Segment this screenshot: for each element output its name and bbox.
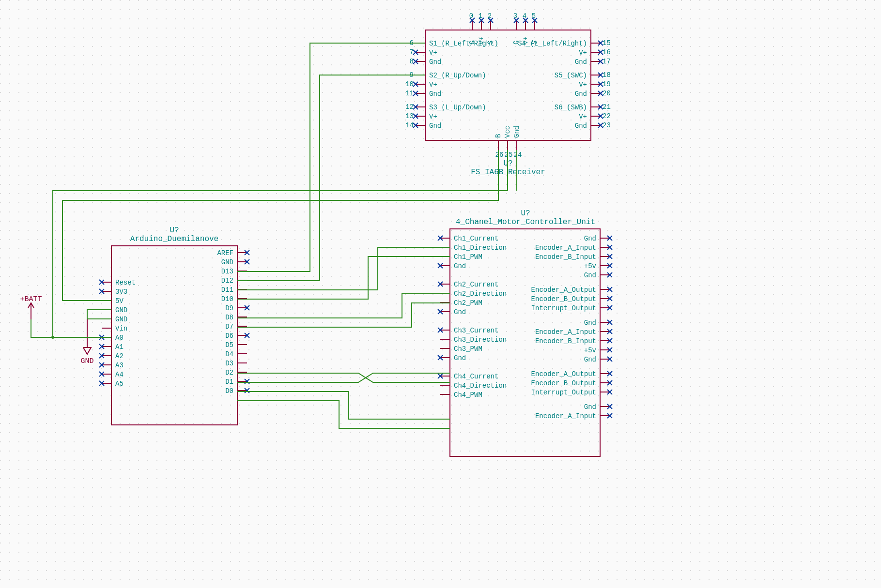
motor-right-pin: Gnd <box>584 356 596 363</box>
receiver-left-pin: V+ <box>429 81 437 89</box>
svg-text:0: 0 <box>469 12 473 20</box>
motor-right-pin: Encoder_A_Output <box>531 286 596 294</box>
arduino-left-pin: 5V <box>115 297 124 305</box>
receiver-bottom-label: Gnd <box>513 126 521 138</box>
svg-text:2: 2 <box>488 12 492 20</box>
motor-left-pin: Ch2_Direction <box>454 290 507 298</box>
svg-text:14: 14 <box>405 121 414 129</box>
receiver-right-pin: S6_(SWB) <box>555 104 587 111</box>
motor-right-pin: +5v <box>584 347 596 354</box>
receiver-left-pin: Gnd <box>429 122 441 130</box>
arduino-right-pin: D0 <box>225 387 233 395</box>
svg-text:20: 20 <box>603 90 611 97</box>
motor-left-pin: Ch4_PWM <box>454 391 482 399</box>
arduino-left-pin: A4 <box>115 371 124 378</box>
receiver-right-pin: S5_(SWC) <box>555 72 587 79</box>
arduino-right-pin: D11 <box>221 286 233 294</box>
svg-text:10: 10 <box>405 80 414 88</box>
arduino-right-pin: D7 <box>225 323 233 331</box>
svg-text:1: 1 <box>479 12 482 20</box>
motor-right-pin: Gnd <box>584 271 596 279</box>
svg-text:16: 16 <box>603 48 611 56</box>
motor-left-pin: Gnd <box>454 354 466 362</box>
svg-text:18: 18 <box>603 71 611 79</box>
svg-text:13: 13 <box>405 112 414 120</box>
arduino-right-pin: GND <box>221 258 233 266</box>
svg-text:19: 19 <box>603 80 611 88</box>
motor-right-pin: Encoder_A_Input <box>535 244 596 252</box>
motor-left-pin: Ch1_PWM <box>454 253 482 261</box>
motor-right-pin: Encoder_B_Output <box>531 379 596 387</box>
receiver-right-pin: V+ <box>579 49 587 57</box>
motor-left-pin: Ch4_Current <box>454 373 498 380</box>
receiver-right-pin: Gnd <box>575 122 587 130</box>
svg-text:11: 11 <box>405 90 414 97</box>
arduino-right-pin: D3 <box>225 360 233 367</box>
motor-right-pin: Encoder_A_Output <box>531 370 596 378</box>
motorctrl-value: 4_Chanel_Motor_Controller_Unit <box>456 218 595 226</box>
receiver-left-pin: S2_(R_Up/Down) <box>429 72 486 79</box>
motor-left-pin: Ch4_Direction <box>454 382 507 390</box>
svg-text:15: 15 <box>603 39 611 47</box>
arduino-right-pin: D6 <box>225 332 233 340</box>
motor-right-pin: Encoder_B_Output <box>531 295 596 303</box>
arduino-left-pin: A3 <box>115 362 124 369</box>
svg-text:4: 4 <box>523 12 526 20</box>
receiver-left-pin: V+ <box>429 113 437 121</box>
motor-right-pin: Encoder_A_Input <box>535 412 596 420</box>
motor-left-pin: Ch2_PWM <box>454 299 482 307</box>
motor-left-pin: Ch3_PWM <box>454 345 482 353</box>
motor-right-pin: Encoder_B_Input <box>535 337 596 345</box>
motor-left-pin: Gnd <box>454 262 466 270</box>
svg-text:22: 22 <box>603 112 611 120</box>
svg-text:26: 26 <box>495 151 504 159</box>
arduino-left-pin: GND <box>115 306 127 314</box>
motor-right-pin: Gnd <box>584 403 596 411</box>
receiver-right-pin: V+ <box>579 81 587 89</box>
motor-left-pin: Ch1_Current <box>454 235 498 242</box>
receiver-left-pin: S1_(R_Left/Right) <box>429 40 498 47</box>
arduino-right-pin: D10 <box>221 295 233 303</box>
motor-right-pin: Interrupt_Output <box>531 304 596 312</box>
arduino-value: Arduino_Duemilanove <box>130 235 218 243</box>
arduino-right-pin: D5 <box>225 341 233 349</box>
receiver-left-pin: V+ <box>429 49 437 57</box>
arduino-right-pin: D2 <box>225 369 233 377</box>
svg-text:7: 7 <box>410 48 414 56</box>
receiver-left-pin: Gnd <box>429 90 441 98</box>
motor-right-pin: Gnd <box>584 235 596 242</box>
receiver-right-pin: Gnd <box>575 58 587 66</box>
svg-point-246 <box>51 336 54 339</box>
arduino-right-pin: AREF <box>217 249 233 257</box>
arduino-right-pin: D8 <box>225 314 233 321</box>
motor-left-pin: Ch3_Current <box>454 327 498 334</box>
receiver-right-pin: S4_(L_Left/Right) <box>518 40 587 47</box>
motor-left-pin: Gnd <box>454 308 466 316</box>
svg-text:5: 5 <box>532 12 536 20</box>
motor-right-pin: Encoder_B_Input <box>535 253 596 261</box>
schematic-canvas: U? Arduino_Duemilanove Reset3V35VGNDGNDV… <box>0 0 881 588</box>
arduino-left-pin: Vin <box>115 325 127 332</box>
receiver-right-pin: V+ <box>579 113 587 121</box>
svg-text:24: 24 <box>514 151 522 159</box>
svg-text:17: 17 <box>603 58 611 65</box>
receiver-left-pin: Gnd <box>429 58 441 66</box>
svg-text:12: 12 <box>405 103 414 111</box>
motor-right-pin: Gnd <box>584 319 596 327</box>
arduino-right-pin: D4 <box>225 350 233 358</box>
motor-left-pin: Ch2_Current <box>454 281 498 288</box>
motor-right-pin: Interrupt_Output <box>531 389 596 396</box>
svg-text:GND: GND <box>80 357 93 365</box>
arduino-left-pin: A5 <box>115 380 124 388</box>
receiver-right-pin: Gnd <box>575 90 587 98</box>
svg-text:8: 8 <box>410 58 414 65</box>
arduino-right-pin: D12 <box>221 277 233 285</box>
arduino-left-pin: A0 <box>115 334 124 342</box>
arduino-left-pin: GND <box>115 316 127 323</box>
arduino-right-pin: D9 <box>225 304 233 312</box>
arduino-left-pin: 3V3 <box>115 288 127 296</box>
arduino-left-pin: A2 <box>115 352 124 360</box>
svg-text:23: 23 <box>603 121 611 129</box>
motor-left-pin: Ch3_Direction <box>454 336 507 344</box>
arduino-left-pin: Reset <box>115 279 136 286</box>
